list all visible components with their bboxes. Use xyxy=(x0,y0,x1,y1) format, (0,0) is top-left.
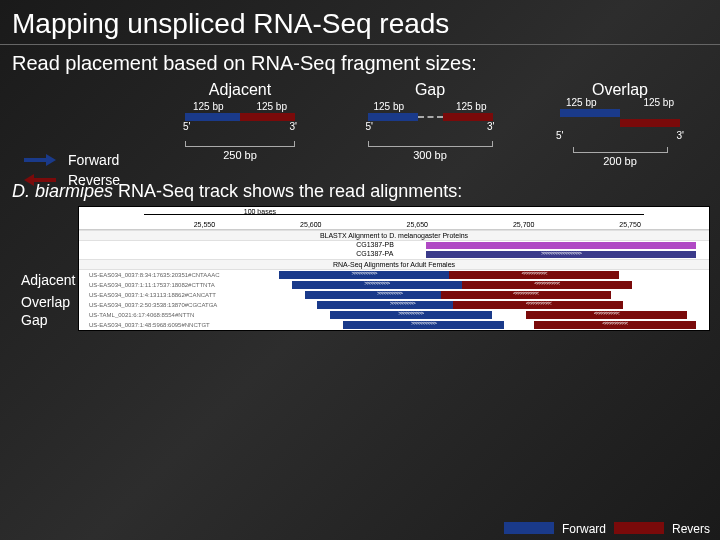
adjacent-fwd-size: 125 bp xyxy=(193,101,224,112)
alignment-row: US-EAS034_0037:2:50:3538:13870#CGCATGA >… xyxy=(89,300,709,310)
ruler-tick: 25,700 xyxy=(513,221,534,228)
ruler-tick: 25,750 xyxy=(619,221,640,228)
genome-browser-panel: 100 bases 25,550 25,600 25,650 25,700 25… xyxy=(78,206,710,331)
legend-reverse: Reverse xyxy=(0,172,120,188)
row-label-gap: Gap xyxy=(21,312,47,328)
five-prime-label: 5' xyxy=(556,130,563,141)
overlap-rev-size: 125 bp xyxy=(643,97,674,108)
arrow-left-icon xyxy=(24,174,56,186)
adjacent-rev-size: 125 bp xyxy=(256,101,287,112)
track-subhead-rnaseq: RNA-Seq Alignments for Adult Females xyxy=(79,259,709,270)
gap-fwd-size: 125 bp xyxy=(374,101,405,112)
slide-subtitle: Read placement based on RNA-Seq fragment… xyxy=(0,45,720,75)
forward-swatch xyxy=(504,522,554,534)
gene-label: CG1387-PB xyxy=(356,241,394,248)
read-id: US-EAS034_0037:1:11:17537:18082#CTTNTA xyxy=(89,282,269,288)
gap-title: Gap xyxy=(340,81,520,99)
slide-title: Mapping unspliced RNA-Seq reads xyxy=(0,0,720,45)
adjacent-total: 250 bp xyxy=(150,149,330,161)
alignment-row: US-EAS034_0037:1:11:17537:18082#CTTNTA >… xyxy=(89,280,709,290)
legend-forward-label: Forward xyxy=(68,152,119,168)
legend-reverse-label: Reverse xyxy=(68,172,120,188)
read-id: US-TAML_0021:6:17:4068:8554#NTTN xyxy=(89,312,269,318)
bottom-legend: Forward Revers xyxy=(504,522,710,536)
read-id: US-EAS034_0037:2:50:3538:13870#CGCATGA xyxy=(89,302,269,308)
row-label-overlap: Overlap xyxy=(21,294,70,310)
row-label-adjacent: Adjacent xyxy=(21,272,75,288)
three-prime-label: 3' xyxy=(677,130,684,141)
ruler: 100 bases xyxy=(81,209,707,219)
five-prime-label: 5' xyxy=(183,121,190,132)
bottom-legend-reverse: Revers xyxy=(672,522,710,536)
diagram-gap: Gap 125 bp5' 125 bp3' 300 bp xyxy=(340,81,520,167)
track-subhead-blastx: BLASTX Alignment to D. melanogaster Prot… xyxy=(79,230,709,241)
alignment-row: Gap US-TAML_0021:6:17:4068:8554#NTTN >>>… xyxy=(89,310,709,320)
diagram-overlap: Overlap 125 bp 125 bp 5' 3' 200 bp xyxy=(530,81,710,167)
arrow-right-icon xyxy=(24,154,56,166)
bottom-legend-forward: Forward xyxy=(562,522,606,536)
ruler-tick: 25,600 xyxy=(300,221,321,228)
reverse-swatch xyxy=(614,522,664,534)
gap-rev-size: 125 bp xyxy=(456,101,487,112)
adjacent-title: Adjacent xyxy=(150,81,330,99)
ruler-tick: 25,550 xyxy=(194,221,215,228)
three-prime-label: 3' xyxy=(487,121,494,132)
legend-forward: Forward xyxy=(0,152,120,168)
alignment-row: Adjacent US-EAS034_0037:8:34:17635:20351… xyxy=(89,270,709,280)
overlap-fwd-size: 125 bp xyxy=(566,97,597,108)
gap-total: 300 bp xyxy=(340,149,520,161)
read-id: US-EAS034_0037:8:34:17635:20351#CNTAAAC xyxy=(89,272,269,278)
ruler-tick: 25,650 xyxy=(407,221,428,228)
read-id: US-EAS034_0037:1:48:5968:6095#NNCTGT xyxy=(89,322,269,328)
read-id: US-EAS034_0037:1:4:13113:18862#CANCATT xyxy=(89,292,269,298)
overlap-total: 200 bp xyxy=(530,155,710,167)
three-prime-label: 3' xyxy=(290,121,297,132)
section2-rest: RNA-Seq track shows the read alignments: xyxy=(113,181,462,201)
diagram-adjacent: Adjacent 125 bp5' 125 bp3' 250 bp xyxy=(150,81,330,167)
alignment-row: Overlap US-EAS034_0037:1:4:13113:18862#C… xyxy=(89,290,709,300)
five-prime-label: 5' xyxy=(366,121,373,132)
alignment-row: US-EAS034_0037:1:48:5968:6095#NNCTGT >>>… xyxy=(89,320,709,330)
overlap-title: Overlap xyxy=(530,81,710,99)
gene-label: CG1387-PA xyxy=(356,250,393,257)
